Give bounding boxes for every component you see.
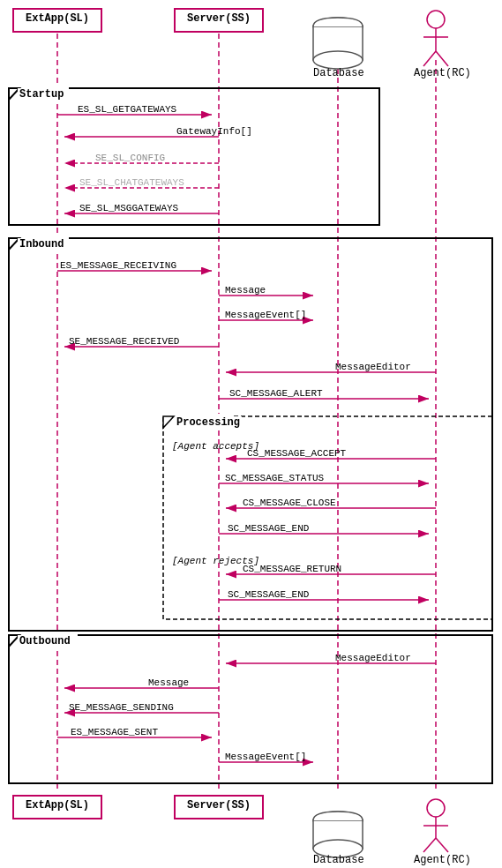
database-top-label: Database (313, 67, 363, 79)
msg-sc-message-end-2: SC_MESSAGE_END (228, 589, 309, 600)
svg-line-18 (436, 51, 448, 66)
msg-es-sl-getgateways: ES_SL_GETGATEWAYS (78, 104, 176, 115)
msg-se-message-sending: SE_MESSAGE_SENDING (69, 702, 174, 713)
server-bottom-label: Server(SS) (175, 799, 263, 812)
inbound-group-label: Inbound (18, 238, 65, 251)
msg-se-sl-chatgateways: SE_SL_CHATGATEWAYS (79, 177, 184, 188)
msg-se-sl-config: SE_SL_CONFIG (95, 153, 165, 163)
sequence-diagram: ExtApp(SL) Server(SS) Database Agent(RC)… (0, 0, 502, 868)
startup-group-label: Startup (18, 88, 65, 101)
database-bottom-label: Database (313, 854, 363, 866)
svg-marker-58 (163, 416, 174, 428)
msg-messageevent-2: MessageEvent[] (225, 752, 306, 762)
svg-line-17 (423, 51, 436, 66)
msg-cs-message-return: CS_MESSAGE_RETURN (243, 564, 341, 574)
agent-top-label: Agent(RC) (414, 67, 467, 79)
server-top-label: Server(SS) (175, 12, 263, 25)
svg-point-46 (427, 799, 445, 817)
msg-se-message-received: SE_MESSAGE_RECEIVED (69, 336, 179, 347)
svg-point-43 (313, 812, 363, 829)
msg-message-2: Message (148, 677, 189, 688)
svg-point-13 (313, 51, 363, 69)
msg-se-sl-msggateways: SE_SL_MSGGATEWAYS (79, 203, 178, 213)
svg-point-11 (313, 18, 363, 35)
svg-rect-44 (313, 820, 363, 849)
msg-es-message-sent: ES_MESSAGE_SENT (71, 727, 158, 737)
msg-sc-message-status: SC_MESSAGE_STATUS (225, 473, 324, 483)
svg-rect-12 (313, 26, 363, 60)
svg-line-50 (436, 838, 448, 852)
msg-gatewayinfo: GatewayInfo[] (176, 126, 252, 137)
extapp-bottom-label: ExtApp(SL) (13, 799, 101, 812)
outbound-group-label: Outbound (18, 635, 72, 647)
extapp-top-label: ExtApp(SL) (13, 12, 101, 25)
agent-bottom-label: Agent(RC) (414, 854, 467, 866)
msg-messageeditor-1: MessageEditor (335, 362, 411, 372)
msg-sc-message-alert: SC_MESSAGE_ALERT (229, 388, 323, 399)
msg-messageeditor-2: MessageEditor (335, 653, 411, 663)
msg-message-1: Message (225, 285, 266, 296)
processing-group-label: Processing (175, 416, 242, 429)
msg-cs-message-close: CS_MESSAGE_CLOSE (243, 498, 336, 508)
msg-sc-message-end-1: SC_MESSAGE_END (228, 523, 309, 534)
msg-cs-message-accept: CS_MESSAGE_ACCEPT (247, 448, 346, 459)
svg-rect-5 (9, 88, 379, 225)
svg-point-14 (427, 11, 445, 28)
msg-messageevent-1: MessageEvent[] (225, 310, 306, 320)
msg-es-message-receiving: ES_MESSAGE_RECEIVING (60, 260, 176, 271)
svg-line-49 (423, 838, 436, 852)
